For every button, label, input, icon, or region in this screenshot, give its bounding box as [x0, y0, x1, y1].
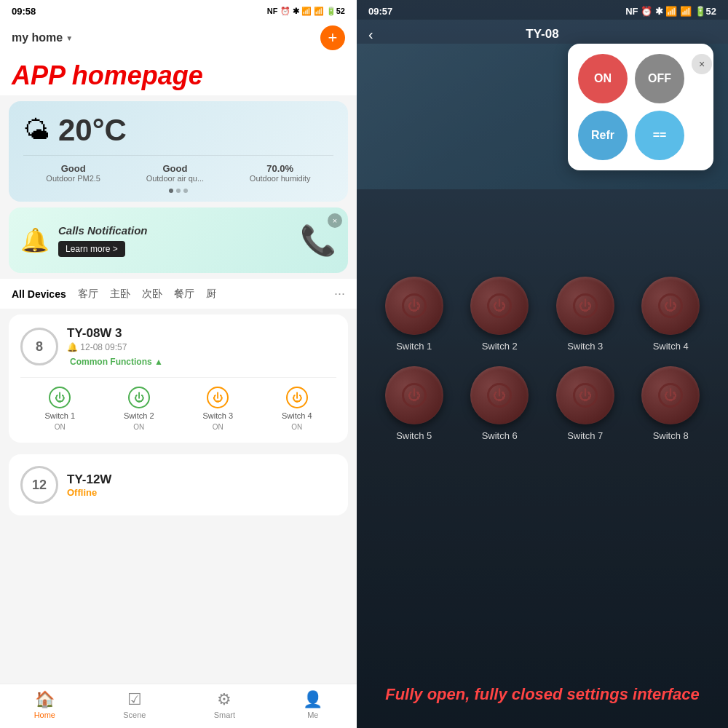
device-header-ty08w3: 8 TY-08W 3 🔔 12-08 09:57 Common Function…	[20, 326, 336, 367]
grid-switch-power-1: ⏻	[402, 293, 427, 318]
popup-off-button[interactable]: OFF	[635, 54, 684, 103]
switch-row-bottom: ⏻ Switch 5 ⏻ Switch 6 ⏻ Switch 7 ⏻	[371, 366, 713, 441]
tab-kitchen[interactable]: 厨	[206, 288, 216, 301]
switch-row-top: ⏻ Switch 1 ⏻ Switch 2 ⏻ Switch 3 ⏻	[371, 277, 713, 352]
grid-switch-label-4: Switch 4	[653, 341, 689, 352]
grid-switch-circle-2: ⏻	[470, 277, 529, 335]
tab-second-bedroom[interactable]: 次卧	[142, 288, 162, 301]
grid-switch-power-7: ⏻	[573, 383, 598, 408]
device-name-ty08w3: TY-08W 3	[67, 326, 336, 341]
switch-power-icon-4[interactable]: ⏻	[286, 387, 308, 408]
grid-switch-power-3: ⏻	[573, 293, 598, 318]
home-title-container[interactable]: my home ▼	[12, 31, 73, 44]
grid-switch-label-5: Switch 5	[396, 430, 432, 441]
dot-3	[183, 189, 188, 193]
grid-switch-2[interactable]: ⏻ Switch 2	[470, 277, 529, 352]
grid-switch-power-2: ⏻	[487, 293, 512, 318]
switch-label-4: Switch 4	[282, 411, 312, 420]
device-name-ty12w: TY-12W	[67, 472, 336, 487]
grid-switch-label-2: Switch 2	[482, 341, 518, 352]
nav-me[interactable]: 👤 Me	[303, 690, 323, 719]
nav-scene[interactable]: ☑ Scene	[123, 690, 146, 719]
switch-row-ty08w3: ⏻ Switch 1 ON ⏻ Switch 2 ON ⏻ Switch 3 O…	[20, 377, 336, 431]
grid-switch-6[interactable]: ⏻ Switch 6	[470, 366, 529, 441]
tab-living-room[interactable]: 客厅	[78, 288, 98, 301]
popup-on-button[interactable]: ON	[578, 54, 628, 103]
nav-smart[interactable]: ⚙ Smart	[214, 690, 235, 719]
switch-status-4: ON	[291, 423, 302, 431]
scene-nav-label: Scene	[123, 711, 146, 719]
grid-switch-4[interactable]: ⏻ Switch 4	[641, 277, 700, 352]
grid-switch-7[interactable]: ⏻ Switch 7	[556, 366, 614, 441]
notif-close-button[interactable]: ×	[328, 213, 342, 228]
back-button[interactable]: ‹	[368, 26, 373, 43]
notif-text-area: Calls Notification Learn more >	[58, 224, 291, 257]
home-label: my home	[12, 31, 63, 44]
grid-switch-label-6: Switch 6	[482, 430, 518, 441]
grid-switch-circle-7: ⏻	[556, 366, 614, 424]
status-bar-left: 09:58 NF ⏰ ✱ 📶 📶 🔋52	[0, 0, 357, 20]
device-info-ty08w3: TY-08W 3 🔔 12-08 09:57 Common Functions …	[67, 326, 336, 367]
time-right: 09:57	[368, 6, 392, 17]
bottom-nav: 🏠 Home ☑ Scene ⚙ Smart 👤 Me	[0, 684, 357, 728]
tab-all-devices[interactable]: All Devices	[12, 288, 66, 300]
tab-master-bedroom[interactable]: 主卧	[110, 288, 130, 301]
grid-switch-circle-3: ⏻	[556, 277, 614, 335]
grid-switch-circle-1: ⏻	[385, 277, 443, 335]
pm25-label: Good	[46, 163, 100, 174]
weather-stat-humidity: 70.0% Outdoor humidity	[250, 163, 311, 183]
right-title: TY-08	[526, 27, 558, 41]
home-nav-label: Home	[34, 711, 55, 719]
more-categories-button[interactable]: ···	[334, 286, 345, 301]
humidity-label: 70.0%	[250, 163, 311, 174]
weather-card: 🌤 20°C Good Outdoor PM2.5 Good Outdoor a…	[9, 101, 348, 202]
right-panel: 09:57 NF ⏰ ✱ 📶 📶 🔋52 ‹ TY-08 ON OFF × Re…	[357, 0, 728, 728]
weather-stats: Good Outdoor PM2.5 Good Outdoor air qu..…	[23, 155, 333, 183]
notif-title: Calls Notification	[58, 224, 291, 237]
switch-item-4: ⏻ Switch 4 ON	[282, 387, 312, 431]
grid-switch-3[interactable]: ⏻ Switch 3	[556, 277, 614, 352]
grid-switch-8[interactable]: ⏻ Switch 8	[641, 366, 700, 441]
device-badge-ty12w: 12	[20, 466, 58, 504]
grid-switch-label-3: Switch 3	[567, 341, 603, 352]
grid-switch-label-8: Switch 8	[653, 430, 689, 441]
switch-status-3: ON	[213, 423, 223, 431]
dot-2	[176, 189, 181, 193]
weather-top: 🌤 20°C	[23, 113, 333, 148]
me-nav-label: Me	[307, 711, 318, 719]
grid-switch-label-7: Switch 7	[567, 430, 603, 441]
dot-1	[169, 189, 173, 193]
app-header: my home ▼ +	[0, 20, 357, 56]
switch-power-icon-2[interactable]: ⏻	[128, 387, 150, 408]
grid-switch-circle-5: ⏻	[385, 366, 443, 424]
popup-refresh-button[interactable]: Refr	[578, 111, 628, 160]
grid-switch-5[interactable]: ⏻ Switch 5	[385, 366, 443, 441]
grid-switch-circle-4: ⏻	[641, 277, 700, 335]
switch-status-1: ON	[55, 423, 66, 431]
add-button[interactable]: +	[320, 25, 345, 50]
weather-icon: 🌤	[23, 115, 50, 146]
grid-switch-power-6: ⏻	[487, 383, 512, 408]
popup-eq-button[interactable]: ==	[635, 111, 684, 160]
notif-bell-icon: 🔔	[20, 226, 50, 254]
grid-switch-power-8: ⏻	[658, 383, 683, 408]
switch-power-icon-3[interactable]: ⏻	[207, 387, 229, 408]
learn-more-button[interactable]: Learn more >	[58, 241, 125, 257]
switch-label-2: Switch 2	[124, 411, 154, 420]
airq-label: Good	[146, 163, 205, 174]
nav-home[interactable]: 🏠 Home	[34, 690, 55, 719]
switch-power-icon-1[interactable]: ⏻	[49, 387, 71, 408]
grid-switch-circle-8: ⏻	[641, 366, 700, 424]
time-left: 09:58	[12, 6, 36, 17]
airq-sublabel: Outdoor air qu...	[146, 174, 205, 183]
pm25-sublabel: Outdoor PM2.5	[46, 174, 100, 183]
switch-label-3: Switch 3	[202, 411, 233, 420]
grid-switch-1[interactable]: ⏻ Switch 1	[385, 277, 443, 352]
common-functions-ty08w3[interactable]: Common Functions ▲	[67, 357, 336, 367]
grid-switch-label-1: Switch 1	[396, 341, 432, 352]
smart-nav-label: Smart	[214, 711, 235, 719]
status-icons-right: NF ⏰ ✱ 📶 📶 🔋52	[625, 6, 716, 17]
popup-close-button[interactable]: ×	[692, 54, 712, 74]
weather-stat-pm25: Good Outdoor PM2.5	[46, 163, 100, 183]
tab-dining[interactable]: 餐厅	[174, 288, 194, 301]
